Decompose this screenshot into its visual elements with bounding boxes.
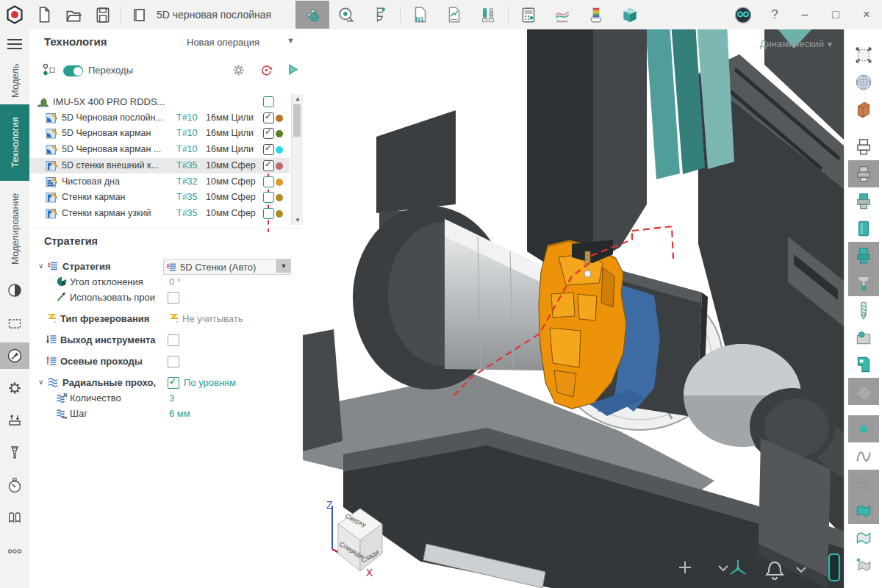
tree-row-operation[interactable]: Стенки карман T#35 10мм Сфер	[29, 190, 290, 206]
measure-tape-button[interactable]	[329, 1, 363, 29]
param-row-strategy[interactable]: ∨ Стратегия 5D Стенки (Авто) ▼	[29, 259, 303, 274]
visibility-checkbox[interactable]	[263, 208, 274, 219]
surface-sheet-button[interactable]	[848, 96, 879, 123]
chevron-expanded-icon[interactable]: ∨	[38, 262, 43, 270]
machine-button[interactable]	[848, 351, 879, 378]
chevron-expanded-icon[interactable]: ∨	[38, 378, 43, 386]
machine-table-icon[interactable]	[6, 412, 24, 429]
gauge-icon[interactable]	[6, 476, 24, 494]
param-row-axial-passes[interactable]: Осевые проходы	[29, 354, 303, 369]
tree-row-machine[interactable]: IMU-5X 400 PRO RDDS...	[29, 94, 290, 110]
visibility-checkbox[interactable]	[263, 112, 274, 123]
tree-row-operation[interactable]: 5D Черновая карман T#10 16мм Цили	[29, 126, 290, 142]
visibility-checkbox[interactable]	[263, 176, 274, 187]
strategy-dropdown[interactable]: 5D Стенки (Авто) ▼	[163, 259, 291, 275]
param-row-tool-exit[interactable]: Выход инструмента	[29, 332, 303, 348]
simulation-box-button[interactable]	[613, 1, 647, 29]
maximize-button[interactable]: □	[820, 1, 851, 29]
tree-row-operation[interactable]: 5D Черновая карман ... T#10 16мм Цили	[29, 142, 290, 158]
new-file-icon[interactable]	[29, 1, 59, 29]
open-file-icon[interactable]	[59, 1, 88, 29]
param-row-step[interactable]: Шаг 6 мм	[29, 406, 303, 421]
save-file-icon[interactable]	[88, 1, 118, 29]
visibility-checkbox[interactable]	[263, 128, 274, 139]
help-button[interactable]: ?	[760, 7, 789, 22]
caliper-button[interactable]	[363, 1, 397, 29]
flag-point-button[interactable]	[848, 551, 879, 578]
tree-scrollbar[interactable]: ▲ ▼	[291, 94, 303, 225]
tab-modeling[interactable]: Моделирование	[0, 184, 29, 273]
selection-box-icon[interactable]	[6, 315, 24, 332]
dropdown-button[interactable]: ▼	[276, 259, 290, 273]
recalculate-icon[interactable]	[260, 64, 273, 76]
tab-model[interactable]: Модель	[0, 60, 29, 101]
transitions-icon[interactable]	[43, 63, 56, 76]
curve-button[interactable]	[848, 442, 879, 470]
assistant-icon[interactable]	[726, 1, 760, 29]
param-checkbox[interactable]	[168, 334, 179, 346]
operation-settings-gear-icon[interactable]	[232, 64, 245, 76]
layer-stack-button[interactable]	[579, 1, 613, 29]
param-row-use-custom[interactable]: Использовать прои	[29, 290, 303, 305]
tool-holder-button[interactable]	[848, 269, 879, 296]
close-button[interactable]: ×	[851, 1, 882, 29]
machine-3d-viewport[interactable]: Z X Сверху Спереди Сзади Динамический▼	[303, 29, 844, 588]
workpiece-half-icon[interactable]	[6, 282, 24, 299]
document-title[interactable]: 5D черновая послойная	[157, 9, 285, 21]
scroll-down-icon[interactable]: ▼	[295, 217, 301, 223]
flag-gray-button[interactable]	[848, 524, 879, 551]
globe-shading-button[interactable]	[848, 68, 879, 96]
new-operation-dropdown[interactable]: Новая операция	[187, 37, 259, 48]
scrollbar-thumb[interactable]	[293, 104, 301, 137]
hatch-disabled-button[interactable]	[848, 378, 879, 405]
visibility-checkbox[interactable]	[263, 160, 274, 171]
param-checkbox[interactable]	[168, 292, 179, 304]
fixture-part-button[interactable]	[848, 323, 879, 351]
zoom-fit-button[interactable]	[848, 41, 879, 68]
transitions-toggle[interactable]	[63, 65, 83, 76]
tree-row-operation[interactable]: 5D Черновая послойн... T#10 16мм Цили	[29, 110, 290, 126]
param-row-deviation-angle[interactable]: Угол отклонения 0 °	[29, 274, 303, 290]
scroll-up-icon[interactable]: ▲	[295, 96, 301, 102]
graphs-button[interactable]	[545, 1, 579, 29]
settings-gear-icon[interactable]	[6, 379, 24, 397]
visibility-checkbox[interactable]	[263, 144, 274, 155]
tab-technology[interactable]: Технология	[0, 104, 29, 181]
magnet-snap-button[interactable]	[295, 1, 329, 29]
stock-stage-2-button[interactable]	[848, 160, 879, 187]
param-row-count[interactable]: Количество 3	[29, 390, 303, 406]
param-row-milling-type[interactable]: Тип фрезерования Не учитывать	[29, 311, 303, 326]
stock-stage-4-button[interactable]	[848, 215, 879, 242]
more-dots-icon[interactable]	[6, 542, 24, 560]
tree-row-operation[interactable]: 5D стенки внешний к... T#35 10мм Сфер	[29, 158, 290, 174]
tree-row-operation[interactable]: Чистовая дна T#32 10мм Сфер	[29, 174, 290, 190]
report-button[interactable]	[437, 1, 471, 29]
flag-teal-button[interactable]	[848, 497, 879, 524]
menu-icon[interactable]	[6, 37, 24, 51]
nc-program-button[interactable]	[404, 1, 437, 29]
tree-row-operation[interactable]: Стенки карман узкий T#35 10мм Сфер	[29, 206, 290, 222]
stock-stage-3-button[interactable]	[848, 187, 879, 215]
tool-cone-icon[interactable]	[6, 444, 24, 462]
stock-stage-5-button[interactable]	[848, 242, 879, 269]
waves-button[interactable]	[848, 470, 879, 497]
point-button[interactable]	[848, 415, 879, 442]
visibility-checkbox[interactable]	[263, 96, 274, 107]
machine-3d-scene[interactable]: Z X Сверху Спереди Сзади	[303, 29, 844, 588]
play-simulation-icon[interactable]	[287, 63, 299, 76]
workbook-icon[interactable]	[6, 509, 24, 526]
probe-icon[interactable]	[6, 347, 24, 365]
stock-stage-1-button[interactable]	[848, 133, 879, 160]
tool-drill-button[interactable]	[848, 296, 879, 323]
param-row-radial-passes[interactable]: ∨ Радиальные прохо, По уровням	[29, 375, 303, 390]
param-checkbox[interactable]	[168, 377, 179, 389]
calculator-button[interactable]	[512, 1, 545, 29]
document-window-icon[interactable]	[124, 1, 154, 29]
visibility-checkbox[interactable]	[263, 192, 274, 203]
param-checkbox[interactable]	[168, 356, 179, 368]
chevron-down-icon[interactable]: ▼	[287, 36, 295, 45]
app-logo-icon[interactable]	[0, 1, 29, 29]
tool-set-button[interactable]	[471, 1, 505, 29]
minimize-button[interactable]: –	[789, 1, 820, 29]
view-mode-dropdown[interactable]: Динамический▼	[760, 38, 833, 49]
